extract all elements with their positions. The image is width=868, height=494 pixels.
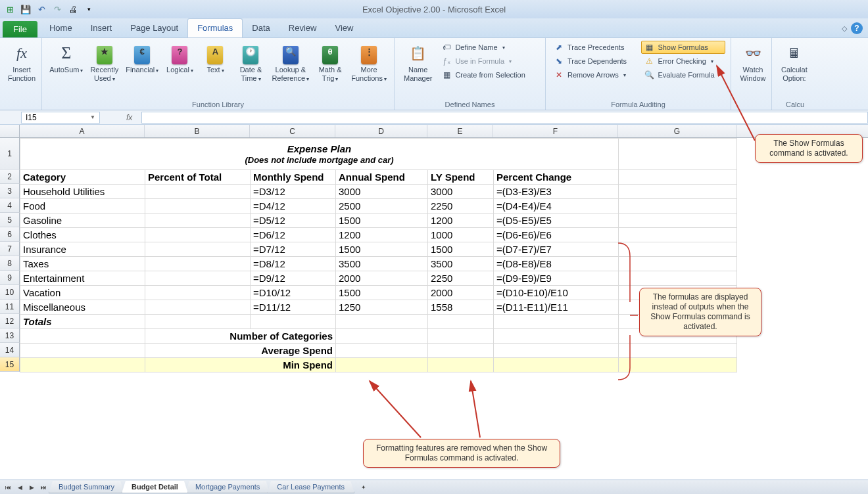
new-sheet-icon[interactable]: ✦ <box>358 482 369 493</box>
cell[interactable]: Vacation <box>20 286 145 300</box>
math-trig-button[interactable]: θ Math & Trig▾ <box>314 41 347 83</box>
cell[interactable] <box>145 271 251 286</box>
row-header-4[interactable]: 4 <box>0 198 20 213</box>
cell[interactable] <box>20 358 145 372</box>
cell[interactable]: 1500 <box>336 242 428 257</box>
cell[interactable] <box>145 228 251 242</box>
help-icon[interactable]: ? <box>851 22 863 34</box>
insert-function-button[interactable]: fx Insert Function <box>5 41 38 83</box>
error-checking-button[interactable]: ⚠Error Checking▾ <box>641 55 725 68</box>
cell[interactable] <box>619 228 737 242</box>
cell[interactable]: =(D7-E7)/E7 <box>494 242 619 257</box>
row-header-1[interactable]: 1 <box>0 138 20 169</box>
cell[interactable] <box>145 185 251 199</box>
cell[interactable]: Household Utilities <box>20 185 145 199</box>
evaluate-formula-button[interactable]: 🔍Evaluate Formula <box>641 68 725 81</box>
cell[interactable]: 2250 <box>428 271 494 286</box>
cell[interactable]: 2000 <box>336 271 428 286</box>
select-all-corner[interactable] <box>0 125 20 137</box>
minimize-ribbon-icon[interactable]: ◇ <box>842 24 847 33</box>
define-name-button[interactable]: 🏷Define Name▾ <box>439 41 527 54</box>
cell[interactable]: 1558 <box>428 300 494 315</box>
col-header-G[interactable]: G <box>618 125 736 137</box>
tab-insert[interactable]: Insert <box>82 19 122 37</box>
cell[interactable]: 3000 <box>336 185 428 199</box>
cell[interactable]: =D7/12 <box>251 242 336 257</box>
cell[interactable] <box>428 358 494 372</box>
cell[interactable] <box>428 329 494 344</box>
cell[interactable]: =(D9-E9)/E9 <box>494 271 619 286</box>
logical-button[interactable]: ? Logical▾ <box>163 41 196 76</box>
name-box[interactable]: I15▼ <box>21 112 100 124</box>
create-from-selection-button[interactable]: ▦Create from Selection <box>439 68 527 81</box>
cell[interactable]: Expense Plan(Does not include mortgage a… <box>20 139 619 170</box>
financial-button[interactable]: € Financial▾ <box>124 41 161 76</box>
use-in-formula-button[interactable]: ƒₓUse in Formula▾ <box>439 55 527 68</box>
cell[interactable] <box>619 213 737 228</box>
cell[interactable] <box>20 344 145 358</box>
cell[interactable]: =D4/12 <box>251 199 336 213</box>
cell[interactable]: =D5/12 <box>251 213 336 228</box>
cell[interactable]: LY Spend <box>428 170 494 185</box>
cell[interactable] <box>428 344 494 358</box>
cell[interactable] <box>336 329 428 344</box>
sheet-tab[interactable]: Budget Summary <box>49 481 124 493</box>
col-header-F[interactable]: F <box>493 125 618 137</box>
cell[interactable]: Annual Spend <box>336 170 428 185</box>
tab-data[interactable]: Data <box>243 19 279 37</box>
cell[interactable]: Entertainment <box>20 271 145 286</box>
cell[interactable]: Monthly Spend <box>251 170 336 185</box>
print-icon[interactable]: 🖨 <box>66 2 80 16</box>
tab-formulas[interactable]: Formulas <box>187 18 243 37</box>
remove-arrows-button[interactable]: ✕Remove Arrows▾ <box>551 68 639 81</box>
trace-dependents-button[interactable]: ⬊Trace Dependents <box>551 55 639 68</box>
sheet-nav-first-icon[interactable]: ⏮ <box>3 482 13 493</box>
cell[interactable]: Category <box>20 170 145 185</box>
cell[interactable]: Miscellaneous <box>20 300 145 315</box>
cell[interactable] <box>619 139 737 170</box>
cell[interactable]: =(D6-E6)/E6 <box>494 228 619 242</box>
cell[interactable] <box>336 358 428 372</box>
cell[interactable]: =(D10-E10)/E10 <box>494 286 619 300</box>
cell[interactable] <box>20 329 145 344</box>
col-header-A[interactable]: A <box>20 125 145 137</box>
cell[interactable] <box>619 199 737 213</box>
cell[interactable] <box>145 257 251 271</box>
cell[interactable]: Insurance <box>20 242 145 257</box>
cell[interactable] <box>619 242 737 257</box>
col-header-B[interactable]: B <box>145 125 250 137</box>
cell[interactable]: 1500 <box>336 213 428 228</box>
cell[interactable]: =D9/12 <box>251 271 336 286</box>
formula-input[interactable] <box>141 112 868 124</box>
cell[interactable]: 1500 <box>428 242 494 257</box>
col-header-E[interactable]: E <box>427 125 493 137</box>
row-header-2[interactable]: 2 <box>0 169 20 184</box>
autosum-button[interactable]: Σ AutoSum▾ <box>47 41 85 76</box>
sheet-tab[interactable]: Mortgage Payments <box>185 481 270 493</box>
cell[interactable] <box>336 315 428 329</box>
cell[interactable]: =(D5-E5)/E5 <box>494 213 619 228</box>
cell[interactable]: =(D8-E8)/E8 <box>494 257 619 271</box>
cell[interactable] <box>145 242 251 257</box>
show-formulas-button[interactable]: ▦Show Formulas <box>641 41 725 54</box>
cell[interactable]: =(D3-E3)/E3 <box>494 185 619 199</box>
cell[interactable] <box>428 315 494 329</box>
fx-label-icon[interactable]: fx <box>126 113 132 122</box>
cell[interactable] <box>494 329 619 344</box>
cell[interactable]: Percent of Total <box>145 170 251 185</box>
save-icon[interactable]: 💾 <box>18 2 33 16</box>
cell[interactable]: Totals <box>20 315 145 329</box>
cell[interactable] <box>619 344 737 358</box>
row-header-8[interactable]: 8 <box>0 256 20 271</box>
cell[interactable] <box>251 315 336 329</box>
tab-review[interactable]: Review <box>279 19 326 37</box>
recently-used-button[interactable]: ★ Recently Used▾ <box>88 41 121 83</box>
row-header-13[interactable]: 13 <box>0 328 20 343</box>
cell[interactable]: =D10/12 <box>251 286 336 300</box>
cell[interactable]: 1000 <box>428 228 494 242</box>
cell[interactable] <box>145 199 251 213</box>
cell[interactable]: 3500 <box>336 257 428 271</box>
row-header-15[interactable]: 15 <box>0 357 20 372</box>
row-header-9[interactable]: 9 <box>0 271 20 285</box>
tab-page-layout[interactable]: Page Layout <box>121 19 187 37</box>
